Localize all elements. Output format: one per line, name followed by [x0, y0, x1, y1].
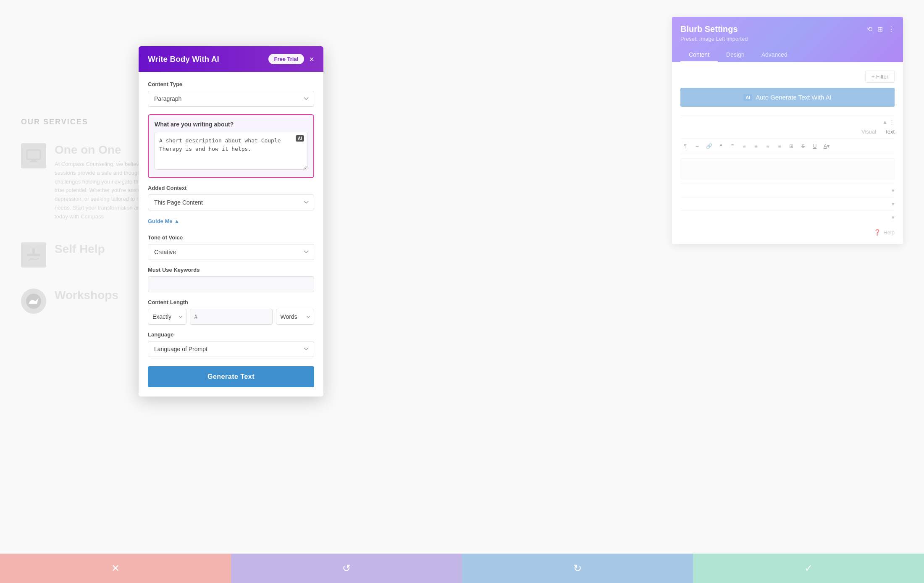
- content-length-label: Content Length: [148, 299, 314, 305]
- ai-write-modal: Write Body With AI Free Trial × Content …: [139, 46, 323, 397]
- language-label: Language: [148, 331, 314, 338]
- writing-about-section: What are you writing about? A short desc…: [148, 114, 314, 178]
- language-select[interactable]: Language of Prompt: [148, 341, 314, 357]
- content-length-section: Content Length Exactly Words: [148, 299, 314, 325]
- ai-modal-header: Write Body With AI Free Trial ×: [139, 46, 323, 72]
- added-context-label: Added Context: [148, 185, 314, 191]
- keywords-section: Must Use Keywords: [148, 267, 314, 292]
- length-number-input[interactable]: [190, 309, 273, 325]
- added-context-section: Added Context This Page Content: [148, 185, 314, 210]
- ai-modal-header-right: Free Trial ×: [268, 54, 315, 64]
- writing-textarea[interactable]: A short description about what Couple Th…: [155, 132, 307, 170]
- content-type-label: Content Type: [148, 81, 314, 87]
- exactly-select[interactable]: Exactly: [148, 309, 186, 325]
- free-trial-badge[interactable]: Free Trial: [268, 54, 304, 64]
- generate-text-button[interactable]: Generate Text: [148, 366, 314, 387]
- keywords-label: Must Use Keywords: [148, 267, 314, 273]
- writing-about-label: What are you writing about?: [155, 121, 307, 128]
- ai-modal-body: Content Type Paragraph What are you writ…: [139, 72, 323, 397]
- content-type-select[interactable]: Paragraph: [148, 91, 314, 107]
- language-section: Language Language of Prompt: [148, 331, 314, 357]
- guide-me-link[interactable]: Guide Me ▲: [148, 218, 179, 224]
- ai-badge: AI: [296, 135, 304, 142]
- writing-textarea-wrapper: A short description about what Couple Th…: [155, 132, 307, 171]
- content-length-row: Exactly Words: [148, 309, 314, 325]
- keywords-input[interactable]: [148, 276, 314, 292]
- content-type-section: Content Type Paragraph: [148, 81, 314, 107]
- ai-modal-title: Write Body With AI: [148, 55, 219, 64]
- words-select[interactable]: Words: [276, 309, 315, 325]
- guide-me-arrow: ▲: [174, 218, 180, 224]
- tone-of-voice-label: Tone of Voice: [148, 234, 314, 241]
- guide-me-label: Guide Me: [148, 218, 173, 224]
- tone-of-voice-select[interactable]: Creative: [148, 244, 314, 260]
- close-button[interactable]: ×: [309, 55, 314, 63]
- tone-of-voice-section: Tone of Voice Creative: [148, 234, 314, 260]
- added-context-select[interactable]: This Page Content: [148, 194, 314, 210]
- page-background: OUR SERVICES One on One At Compass Couns…: [0, 0, 924, 583]
- guide-me-row: Guide Me ▲: [148, 217, 314, 229]
